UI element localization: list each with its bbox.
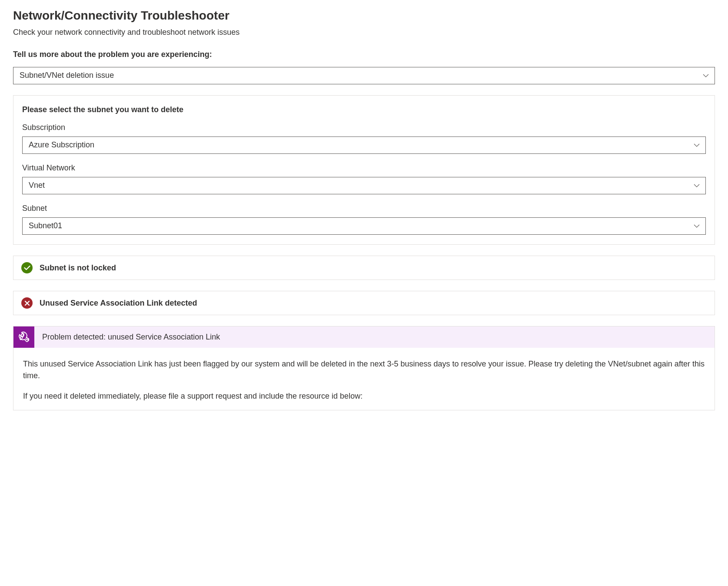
- virtual-network-select[interactable]: Vnet: [22, 177, 706, 194]
- subscription-field-group: Subscription Azure Subscription: [22, 123, 706, 154]
- subnet-label: Subnet: [22, 204, 706, 213]
- problem-selector-button[interactable]: Subnet/VNet deletion issue: [13, 67, 715, 84]
- status-sal-text: Unused Service Association Link detected: [40, 299, 197, 308]
- virtual-network-label: Virtual Network: [22, 163, 706, 173]
- problem-header-text: Problem detected: unused Service Associa…: [34, 326, 228, 348]
- subnet-select-button[interactable]: Subnet01: [22, 217, 706, 235]
- virtual-network-field-group: Virtual Network Vnet: [22, 163, 706, 194]
- subscription-label: Subscription: [22, 123, 706, 132]
- wrench-icon: [13, 326, 34, 348]
- error-icon: [21, 297, 33, 309]
- status-locked-text: Subnet is not locked: [40, 263, 116, 273]
- status-sal-row: Unused Service Association Link detected: [13, 291, 715, 315]
- problem-selector[interactable]: Subnet/VNet deletion issue: [13, 67, 715, 84]
- subscription-select-button[interactable]: Azure Subscription: [22, 137, 706, 154]
- problem-header: Problem detected: unused Service Associa…: [13, 326, 715, 348]
- subnet-panel-title: Please select the subnet you want to del…: [22, 105, 706, 114]
- success-icon: [21, 262, 33, 273]
- problem-selector-label: Tell us more about the problem you are e…: [13, 50, 715, 59]
- problem-detail-panel: Problem detected: unused Service Associa…: [13, 326, 715, 410]
- subscription-select[interactable]: Azure Subscription: [22, 137, 706, 154]
- problem-paragraph-1: This unused Service Association Link has…: [23, 358, 705, 382]
- subnet-selection-panel: Please select the subnet you want to del…: [13, 95, 715, 245]
- subnet-select[interactable]: Subnet01: [22, 217, 706, 235]
- problem-body: This unused Service Association Link has…: [13, 348, 715, 410]
- page-subtitle: Check your network connectivity and trou…: [13, 28, 715, 37]
- virtual-network-select-button[interactable]: Vnet: [22, 177, 706, 194]
- subnet-field-group: Subnet Subnet01: [22, 204, 706, 235]
- status-locked-row: Subnet is not locked: [13, 256, 715, 280]
- problem-paragraph-2: If you need it deleted immediately, plea…: [23, 390, 705, 402]
- page-title: Network/Connectivity Troubleshooter: [13, 9, 715, 23]
